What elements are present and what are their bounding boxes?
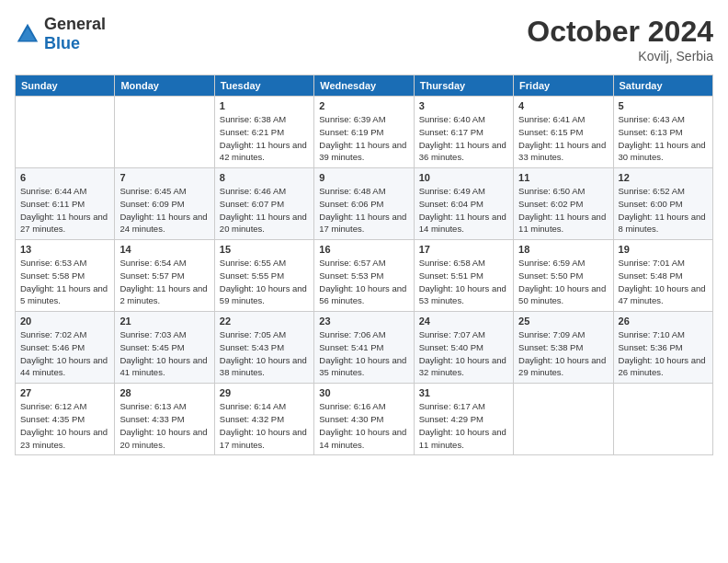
weekday-header: Wednesday (314, 75, 414, 97)
day-info: Sunrise: 6:50 AM Sunset: 6:02 PM Dayligh… (518, 185, 608, 236)
calendar-cell: 22Sunrise: 7:05 AM Sunset: 5:43 PM Dayli… (214, 312, 313, 384)
day-number: 7 (119, 172, 209, 183)
calendar-cell: 17Sunrise: 6:58 AM Sunset: 5:51 PM Dayli… (414, 240, 513, 312)
day-info: Sunrise: 7:05 AM Sunset: 5:43 PM Dayligh… (220, 328, 309, 379)
day-info: Sunrise: 6:48 AM Sunset: 6:06 PM Dayligh… (319, 185, 408, 236)
day-number: 23 (319, 316, 408, 327)
day-info: Sunrise: 6:41 AM Sunset: 6:15 PM Dayligh… (518, 113, 608, 164)
day-info: Sunrise: 6:40 AM Sunset: 6:17 PM Dayligh… (419, 113, 508, 164)
day-info: Sunrise: 6:49 AM Sunset: 6:04 PM Dayligh… (419, 185, 508, 236)
logo-icon (15, 21, 40, 47)
calendar-cell: 8Sunrise: 6:46 AM Sunset: 6:07 PM Daylig… (214, 168, 313, 240)
weekday-header: Monday (115, 75, 214, 97)
day-info: Sunrise: 6:59 AM Sunset: 5:50 PM Dayligh… (518, 257, 608, 307)
weekday-header: Saturday (613, 75, 712, 97)
day-info: Sunrise: 6:16 AM Sunset: 4:30 PM Dayligh… (319, 400, 408, 451)
day-info: Sunrise: 6:38 AM Sunset: 6:21 PM Dayligh… (220, 113, 309, 164)
day-info: Sunrise: 6:13 AM Sunset: 4:33 PM Dayligh… (119, 400, 209, 451)
weekday-header: Tuesday (214, 75, 313, 97)
calendar-cell (115, 97, 214, 168)
calendar-cell: 28Sunrise: 6:13 AM Sunset: 4:33 PM Dayli… (115, 384, 214, 455)
calendar-cell: 5Sunrise: 6:43 AM Sunset: 6:13 PM Daylig… (613, 97, 712, 168)
day-number: 13 (20, 244, 109, 255)
day-info: Sunrise: 6:52 AM Sunset: 6:00 PM Dayligh… (619, 185, 708, 236)
calendar-cell: 29Sunrise: 6:14 AM Sunset: 4:32 PM Dayli… (214, 384, 313, 455)
calendar-cell: 12Sunrise: 6:52 AM Sunset: 6:00 PM Dayli… (613, 168, 712, 240)
day-number: 26 (619, 316, 708, 327)
day-number: 8 (220, 172, 309, 183)
day-info: Sunrise: 7:03 AM Sunset: 5:45 PM Dayligh… (119, 328, 209, 379)
calendar-table: SundayMondayTuesdayWednesdayThursdayFrid… (15, 75, 713, 455)
day-info: Sunrise: 6:57 AM Sunset: 5:53 PM Dayligh… (319, 257, 408, 307)
calendar-cell: 31Sunrise: 6:17 AM Sunset: 4:29 PM Dayli… (414, 384, 513, 455)
calendar-cell: 11Sunrise: 6:50 AM Sunset: 6:02 PM Dayli… (514, 168, 613, 240)
day-number: 16 (319, 244, 408, 255)
logo: General Blue (15, 15, 106, 53)
logo-blue: Blue (44, 34, 80, 52)
day-number: 12 (619, 172, 708, 183)
calendar-cell: 27Sunrise: 6:12 AM Sunset: 4:35 PM Dayli… (16, 384, 115, 455)
page-header: General Blue October 2024 Kovilj, Serbia (15, 15, 713, 63)
weekday-header: Thursday (414, 75, 513, 97)
calendar-cell: 16Sunrise: 6:57 AM Sunset: 5:53 PM Dayli… (314, 240, 414, 312)
day-number: 17 (419, 244, 508, 255)
day-number: 27 (20, 387, 109, 398)
day-info: Sunrise: 6:14 AM Sunset: 4:32 PM Dayligh… (220, 400, 309, 451)
day-info: Sunrise: 6:12 AM Sunset: 4:35 PM Dayligh… (20, 400, 109, 451)
calendar-cell: 26Sunrise: 7:10 AM Sunset: 5:36 PM Dayli… (613, 312, 712, 384)
day-number: 4 (518, 100, 608, 111)
day-number: 21 (119, 316, 209, 327)
calendar-cell: 30Sunrise: 6:16 AM Sunset: 4:30 PM Dayli… (314, 384, 414, 455)
day-number: 3 (419, 100, 508, 111)
calendar-cell: 6Sunrise: 6:44 AM Sunset: 6:11 PM Daylig… (16, 168, 115, 240)
day-info: Sunrise: 6:55 AM Sunset: 5:55 PM Dayligh… (220, 257, 309, 307)
calendar-week-row: 6Sunrise: 6:44 AM Sunset: 6:11 PM Daylig… (16, 168, 713, 240)
day-number: 5 (619, 100, 708, 111)
calendar-cell: 14Sunrise: 6:54 AM Sunset: 5:57 PM Dayli… (115, 240, 214, 312)
day-info: Sunrise: 7:07 AM Sunset: 5:40 PM Dayligh… (419, 328, 508, 379)
day-number: 10 (419, 172, 508, 183)
day-number: 1 (220, 100, 309, 111)
calendar-week-row: 1Sunrise: 6:38 AM Sunset: 6:21 PM Daylig… (16, 97, 713, 168)
calendar-cell: 1Sunrise: 6:38 AM Sunset: 6:21 PM Daylig… (214, 97, 313, 168)
weekday-header: Friday (514, 75, 613, 97)
calendar-cell: 9Sunrise: 6:48 AM Sunset: 6:06 PM Daylig… (314, 168, 414, 240)
day-number: 9 (319, 172, 408, 183)
calendar-cell: 18Sunrise: 6:59 AM Sunset: 5:50 PM Dayli… (514, 240, 613, 312)
day-number: 25 (518, 316, 608, 327)
calendar-cell: 13Sunrise: 6:53 AM Sunset: 5:58 PM Dayli… (16, 240, 115, 312)
calendar-cell: 10Sunrise: 6:49 AM Sunset: 6:04 PM Dayli… (414, 168, 513, 240)
calendar-cell: 4Sunrise: 6:41 AM Sunset: 6:15 PM Daylig… (514, 97, 613, 168)
location: Kovilj, Serbia (527, 49, 713, 63)
day-info: Sunrise: 7:01 AM Sunset: 5:48 PM Dayligh… (619, 257, 708, 307)
calendar-cell: 25Sunrise: 7:09 AM Sunset: 5:38 PM Dayli… (514, 312, 613, 384)
day-info: Sunrise: 6:39 AM Sunset: 6:19 PM Dayligh… (319, 113, 408, 164)
day-info: Sunrise: 7:02 AM Sunset: 5:46 PM Dayligh… (20, 328, 109, 379)
calendar-cell: 15Sunrise: 6:55 AM Sunset: 5:55 PM Dayli… (214, 240, 313, 312)
calendar-cell (514, 384, 613, 455)
day-info: Sunrise: 6:44 AM Sunset: 6:11 PM Dayligh… (20, 185, 109, 236)
day-number: 6 (20, 172, 109, 183)
calendar-cell (16, 97, 115, 168)
month-year: October 2024 (527, 15, 713, 49)
day-info: Sunrise: 7:10 AM Sunset: 5:36 PM Dayligh… (619, 328, 708, 379)
day-number: 31 (419, 387, 508, 398)
day-number: 15 (220, 244, 309, 255)
day-info: Sunrise: 7:06 AM Sunset: 5:41 PM Dayligh… (319, 328, 408, 379)
calendar-cell: 20Sunrise: 7:02 AM Sunset: 5:46 PM Dayli… (16, 312, 115, 384)
title-block: October 2024 Kovilj, Serbia (527, 15, 713, 63)
calendar-week-row: 27Sunrise: 6:12 AM Sunset: 4:35 PM Dayli… (16, 384, 713, 455)
day-info: Sunrise: 6:58 AM Sunset: 5:51 PM Dayligh… (419, 257, 508, 307)
calendar-cell: 19Sunrise: 7:01 AM Sunset: 5:48 PM Dayli… (613, 240, 712, 312)
day-info: Sunrise: 6:46 AM Sunset: 6:07 PM Dayligh… (220, 185, 309, 236)
day-number: 28 (119, 387, 209, 398)
day-number: 30 (319, 387, 408, 398)
day-info: Sunrise: 6:53 AM Sunset: 5:58 PM Dayligh… (20, 257, 109, 307)
calendar-cell: 21Sunrise: 7:03 AM Sunset: 5:45 PM Dayli… (115, 312, 214, 384)
day-number: 24 (419, 316, 508, 327)
day-info: Sunrise: 6:43 AM Sunset: 6:13 PM Dayligh… (619, 113, 708, 164)
day-number: 19 (619, 244, 708, 255)
weekday-header-row: SundayMondayTuesdayWednesdayThursdayFrid… (16, 75, 713, 97)
day-number: 2 (319, 100, 408, 111)
day-info: Sunrise: 7:09 AM Sunset: 5:38 PM Dayligh… (518, 328, 608, 379)
